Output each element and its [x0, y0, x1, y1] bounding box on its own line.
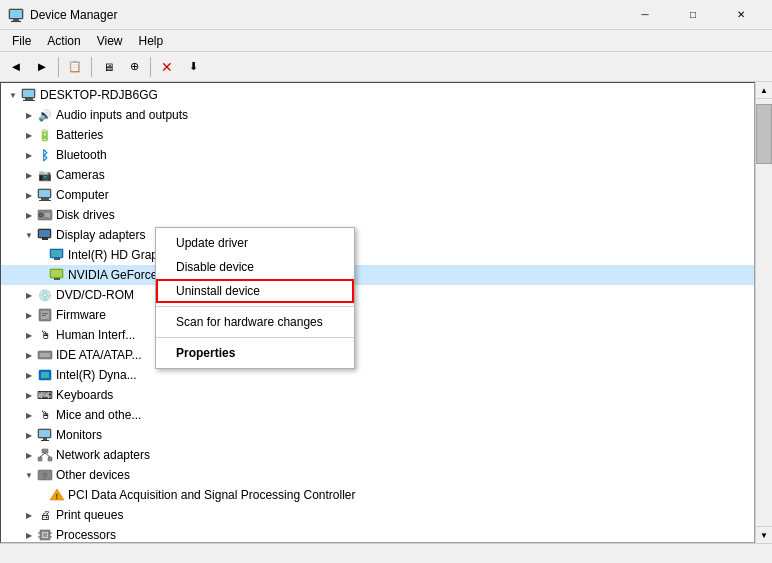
tree-item-root-label: DESKTOP-RDJB6GG: [40, 88, 158, 102]
ctx-disable-device[interactable]: Disable device: [156, 255, 354, 279]
expand-icon-humanintf: ▶: [21, 327, 37, 343]
svg-rect-21: [54, 258, 60, 260]
expand-icon-inteldy: ▶: [21, 367, 37, 383]
tree-item-audio-label: Audio inputs and outputs: [56, 108, 188, 122]
tree-item-dvd[interactable]: ▶ 💿 DVD/CD-ROM: [1, 285, 754, 305]
scrollbar-down-button[interactable]: ▼: [756, 526, 772, 543]
tree-item-nvidia-gpu[interactable]: NVIDIA GeForce 940M: [1, 265, 754, 285]
tree-item-bluetooth-label: Bluetooth: [56, 148, 107, 162]
scrollbar-up-button[interactable]: ▲: [756, 82, 772, 99]
tree-item-mice[interactable]: ▶ 🖱 Mice and othe...: [1, 405, 754, 425]
tree-item-keyboards-label: Keyboards: [56, 388, 113, 402]
svg-rect-6: [25, 98, 33, 100]
batteries-icon: 🔋: [37, 127, 53, 143]
ctx-separator-1: [156, 306, 354, 307]
svg-rect-36: [41, 440, 49, 441]
tree-item-bluetooth[interactable]: ▶ ᛒ Bluetooth: [1, 145, 754, 165]
tree-item-inteldy-label: Intel(R) Dyna...: [56, 368, 137, 382]
ide-icon: [37, 347, 53, 363]
close-button[interactable]: ✕: [718, 0, 764, 30]
expand-icon-bluetooth: ▶: [21, 147, 37, 163]
tree-item-ide[interactable]: ▶ IDE ATA/ATAP...: [1, 345, 754, 365]
scrollbar-track[interactable]: [756, 99, 772, 526]
firmware-icon: [37, 307, 53, 323]
tree-item-monitors[interactable]: ▶ Monitors: [1, 425, 754, 445]
svg-rect-48: [43, 533, 47, 537]
menu-view[interactable]: View: [89, 32, 131, 50]
ctx-uninstall-device[interactable]: Uninstall device: [156, 279, 354, 303]
menu-help[interactable]: Help: [131, 32, 172, 50]
tree-item-network[interactable]: ▶ Network adapters: [1, 445, 754, 465]
ctx-scan-hardware[interactable]: Scan for hardware changes: [156, 310, 354, 334]
cameras-icon: 📷: [37, 167, 53, 183]
tree-item-cameras[interactable]: ▶ 📷 Cameras: [1, 165, 754, 185]
forward-button[interactable]: ►: [30, 55, 54, 79]
network-icon: [37, 447, 53, 463]
tree-item-inteldy[interactable]: ▶ Intel(R) Dyna...: [1, 365, 754, 385]
scrollbar-thumb[interactable]: [756, 104, 772, 164]
tree-item-audio[interactable]: ▶ 🔊 Audio inputs and outputs: [1, 105, 754, 125]
tree-item-humanintf[interactable]: ▶ 🖱 Human Interf...: [1, 325, 754, 345]
svg-rect-37: [42, 449, 48, 453]
context-menu: Update driver Disable device Uninstall d…: [155, 227, 355, 369]
tree-item-printqueues[interactable]: ▶ 🖨 Print queues: [1, 505, 754, 525]
tree-item-mice-label: Mice and othe...: [56, 408, 141, 422]
menu-action[interactable]: Action: [39, 32, 88, 50]
tree-item-batteries-label: Batteries: [56, 128, 103, 142]
expand-icon-cameras: ▶: [21, 167, 37, 183]
uninstall-button[interactable]: ✕: [155, 55, 179, 79]
inteldy-icon: [37, 367, 53, 383]
expand-icon-dvd: ▶: [21, 287, 37, 303]
tree-item-batteries[interactable]: ▶ 🔋 Batteries: [1, 125, 754, 145]
tree-item-otherdevices[interactable]: ▼ ? Other devices: [1, 465, 754, 485]
computer-cat-icon: [37, 187, 53, 203]
svg-rect-3: [11, 21, 21, 22]
tree-item-firmware[interactable]: ▶ Firmware: [1, 305, 754, 325]
tree-item-cameras-label: Cameras: [56, 168, 105, 182]
expand-icon-keyboards: ▶: [21, 387, 37, 403]
add-device-button[interactable]: ⊕: [122, 55, 146, 79]
properties-button[interactable]: 📋: [63, 55, 87, 79]
back-button[interactable]: ◄: [4, 55, 28, 79]
expand-icon-intel-gpu: [41, 247, 49, 263]
device-tree[interactable]: ▼ DESKTOP-RDJB6GG ▶ 🔊 Audio inputs and o…: [0, 82, 755, 543]
tree-item-displayadapters[interactable]: ▼ Display adapters: [1, 225, 754, 245]
minimize-button[interactable]: ─: [622, 0, 668, 30]
device-manager-button[interactable]: 🖥: [96, 55, 120, 79]
tree-item-pci-label: PCI Data Acquisition and Signal Processi…: [68, 488, 355, 502]
tree-item-root[interactable]: ▼ DESKTOP-RDJB6GG: [1, 85, 754, 105]
scrollbar[interactable]: ▲ ▼: [755, 82, 772, 543]
tree-item-displayadapters-label: Display adapters: [56, 228, 145, 242]
main-area: ▼ DESKTOP-RDJB6GG ▶ 🔊 Audio inputs and o…: [0, 82, 772, 543]
tree-item-diskdrives[interactable]: ▶ Disk drives: [1, 205, 754, 225]
svg-rect-30: [40, 353, 50, 357]
tree-item-computer[interactable]: ▶ Computer: [1, 185, 754, 205]
tree-item-processors[interactable]: ▶ Processors: [1, 525, 754, 543]
tree-item-pci[interactable]: ! PCI Data Acquisition and Signal Proces…: [1, 485, 754, 505]
window-controls: ─ □ ✕: [622, 0, 764, 30]
svg-rect-17: [39, 230, 50, 237]
printqueues-icon: 🖨: [37, 507, 53, 523]
toolbar-separator-1: [58, 57, 59, 77]
maximize-button[interactable]: □: [670, 0, 716, 30]
tree-item-humanintf-label: Human Interf...: [56, 328, 135, 342]
ctx-update-driver[interactable]: Update driver: [156, 231, 354, 255]
expand-icon-firmware: ▶: [21, 307, 37, 323]
pci-icon: !: [49, 487, 65, 503]
tree-item-intel-gpu[interactable]: Intel(R) HD Graphics 520: [1, 245, 754, 265]
intel-gpu-icon: [49, 247, 65, 263]
svg-rect-34: [39, 430, 50, 437]
processors-icon: [37, 527, 53, 543]
svg-line-41: [45, 453, 50, 457]
ctx-properties[interactable]: Properties: [156, 341, 354, 365]
tree-item-network-label: Network adapters: [56, 448, 150, 462]
expand-icon-otherdevices: ▼: [21, 467, 37, 483]
tree-item-keyboards[interactable]: ▶ ⌨ Keyboards: [1, 385, 754, 405]
tree-item-processors-label: Processors: [56, 528, 116, 542]
scan-button[interactable]: ⬇: [181, 55, 205, 79]
svg-rect-2: [13, 19, 19, 21]
humanintf-icon: 🖱: [37, 327, 53, 343]
expand-icon-nvidia-gpu: [41, 267, 49, 283]
expand-icon-displayadapters: ▼: [21, 227, 37, 243]
menu-file[interactable]: File: [4, 32, 39, 50]
